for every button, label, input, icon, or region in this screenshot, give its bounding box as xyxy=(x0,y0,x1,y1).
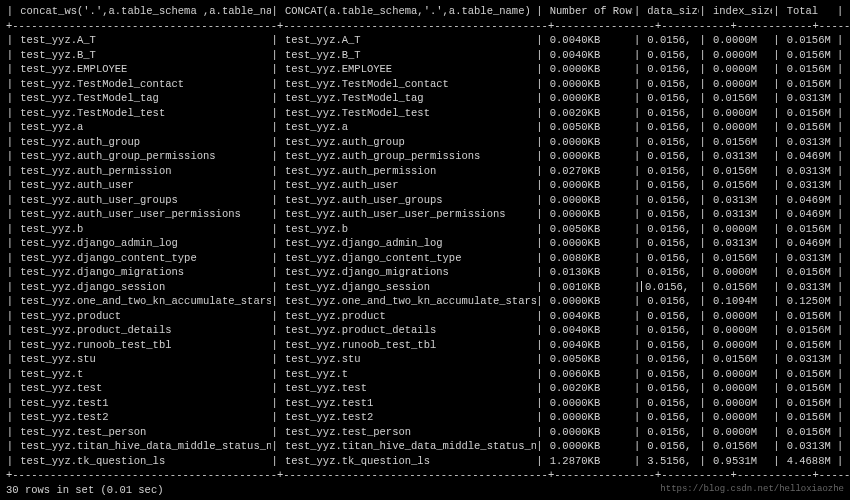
column-separator: | xyxy=(6,280,14,295)
cell-total: 0.0156M xyxy=(780,265,836,280)
table-row: | test_yyz.stu| test_yyz.stu| 0.0050KB| … xyxy=(6,352,844,367)
column-separator: | xyxy=(836,367,844,382)
table-row: | test_yyz.auth_permission| test_yyz.aut… xyxy=(6,164,844,179)
cell-data-size: 0.0156, xyxy=(641,439,699,454)
column-separator: | xyxy=(699,265,707,280)
cell-concat: test_yyz.test_person xyxy=(279,425,536,440)
cell-total: 0.0156M xyxy=(780,106,836,121)
cell-total: 0.0156M xyxy=(780,425,836,440)
column-separator: | xyxy=(699,323,707,338)
column-separator: | xyxy=(836,236,844,251)
cell-concat: test_yyz.stu xyxy=(279,352,536,367)
cell-rows: 0.0040KB xyxy=(543,338,633,353)
column-separator: | xyxy=(699,352,707,367)
cell-concat-ws: test_yyz.test_person xyxy=(14,425,271,440)
column-separator: | xyxy=(699,149,707,164)
table-row: | test_yyz.auth_user| test_yyz.auth_user… xyxy=(6,178,844,193)
column-separator: | xyxy=(633,4,641,19)
cell-index-size: 0.0156M xyxy=(707,91,773,106)
cell-data-size: 0.0156, xyxy=(641,294,699,309)
column-separator: | xyxy=(271,149,279,164)
cell-concat: test_yyz.test2 xyxy=(279,410,536,425)
column-separator: | xyxy=(6,251,14,266)
cell-concat-ws: test_yyz.django_migrations xyxy=(14,265,271,280)
cell-index-size: 0.0000M xyxy=(707,309,773,324)
column-separator: | xyxy=(699,164,707,179)
column-separator: | xyxy=(271,323,279,338)
cell-data-size: 0.0156, xyxy=(641,120,699,135)
table-row: | test_yyz.auth_user_user_permissions| t… xyxy=(6,207,844,222)
cell-index-size: 0.0156M xyxy=(707,439,773,454)
column-separator: | xyxy=(536,33,544,48)
cell-concat-ws: test_yyz.EMPLOYEE xyxy=(14,62,271,77)
cell-index-size: 0.0000M xyxy=(707,77,773,92)
header-col-4: data_size xyxy=(641,4,699,19)
column-separator: | xyxy=(271,280,279,295)
column-separator: | xyxy=(633,454,641,469)
cell-total: 0.0469M xyxy=(780,149,836,164)
header-col-1: concat_ws('.',a.table_schema ,a.table_na… xyxy=(14,4,271,19)
table-row: | test_yyz.EMPLOYEE| test_yyz.EMPLOYEE| … xyxy=(6,62,844,77)
table-row: | test_yyz.django_content_type| test_yyz… xyxy=(6,251,844,266)
column-separator: | xyxy=(836,352,844,367)
cell-index-size: 0.0000M xyxy=(707,367,773,382)
column-separator: | xyxy=(772,178,780,193)
column-separator: | xyxy=(699,106,707,121)
column-separator: | xyxy=(633,48,641,63)
column-separator: | xyxy=(633,77,641,92)
column-separator: | xyxy=(699,396,707,411)
column-separator: | xyxy=(271,33,279,48)
column-separator: | xyxy=(836,106,844,121)
column-separator: | xyxy=(271,410,279,425)
cell-index-size: 0.0156M xyxy=(707,135,773,150)
cell-concat: test_yyz.django_migrations xyxy=(279,265,536,280)
column-separator: | xyxy=(536,454,544,469)
column-separator: | xyxy=(699,280,707,295)
cell-concat: test_yyz.auth_permission xyxy=(279,164,536,179)
column-separator: | xyxy=(6,135,14,150)
column-separator: | xyxy=(772,77,780,92)
column-separator: | xyxy=(633,207,641,222)
cell-concat: test_yyz.a xyxy=(279,120,536,135)
column-separator: | xyxy=(633,410,641,425)
column-separator: | xyxy=(772,164,780,179)
cell-total: 0.0156M xyxy=(780,222,836,237)
cell-data-size: 0.0156, xyxy=(641,106,699,121)
cell-data-size: 0.0156, xyxy=(641,222,699,237)
column-separator: | xyxy=(271,193,279,208)
column-separator: | xyxy=(699,77,707,92)
table-header-row: | concat_ws('.',a.table_schema ,a.table_… xyxy=(6,4,844,19)
cell-concat-ws: test_yyz.A_T xyxy=(14,33,271,48)
column-separator: | xyxy=(271,396,279,411)
cell-data-size: 0.0156, xyxy=(641,381,699,396)
column-separator: | xyxy=(836,251,844,266)
cell-total: 0.0156M xyxy=(780,77,836,92)
column-separator: | xyxy=(633,62,641,77)
column-separator: | xyxy=(271,309,279,324)
table-row: | test_yyz.test1| test_yyz.test1| 0.0000… xyxy=(6,396,844,411)
header-col-2: CONCAT(a.table_schema,'.',a.table_name) xyxy=(279,4,536,19)
cell-total: 0.0469M xyxy=(780,207,836,222)
cell-concat: test_yyz.django_session xyxy=(279,280,536,295)
column-separator: | xyxy=(633,367,641,382)
column-separator: | xyxy=(6,338,14,353)
column-separator: | xyxy=(836,62,844,77)
cell-data-size: 0.0156, xyxy=(641,62,699,77)
column-separator: | xyxy=(836,77,844,92)
cell-concat-ws: test_yyz.TestModel_tag xyxy=(14,91,271,106)
column-separator: | xyxy=(836,396,844,411)
table-row: | test_yyz.auth_group| test_yyz.auth_gro… xyxy=(6,135,844,150)
column-separator: | xyxy=(536,381,544,396)
column-separator: | xyxy=(6,164,14,179)
table-row: | test_yyz.one_and_two_kn_accumulate_sta… xyxy=(6,294,844,309)
watermark-text: https://blog.csdn.net/helloxiaozhe xyxy=(660,482,844,497)
column-separator: | xyxy=(6,454,14,469)
cell-concat-ws: test_yyz.stu xyxy=(14,352,271,367)
column-separator: | xyxy=(271,164,279,179)
cell-index-size: 0.1094M xyxy=(707,294,773,309)
column-separator: | xyxy=(836,91,844,106)
column-separator: | xyxy=(6,48,14,63)
table-row: | test_yyz.A_T| test_yyz.A_T| 0.0040KB| … xyxy=(6,33,844,48)
header-col-6: Total xyxy=(780,4,836,19)
column-separator: | xyxy=(699,120,707,135)
